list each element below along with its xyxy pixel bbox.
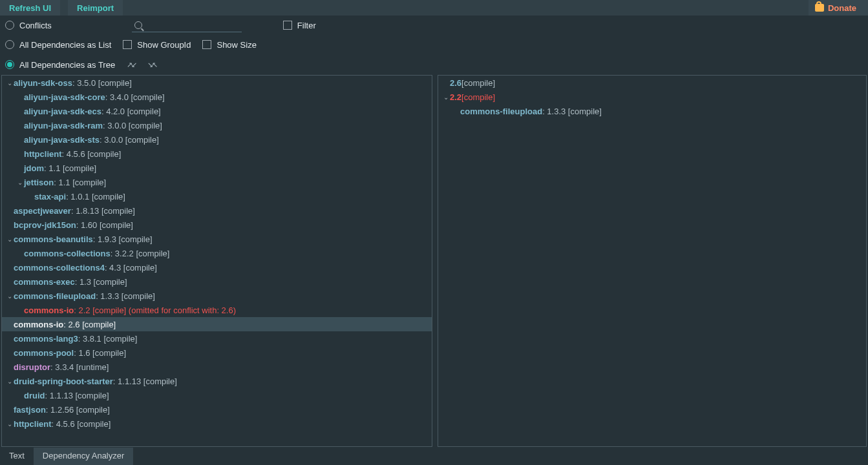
checkbox-label: Show GroupId xyxy=(137,40,191,50)
dependency-tree-panel[interactable]: ⌄aliyun-sdk-oss : 3.5.0 [compile]aliyun-… xyxy=(1,75,432,447)
tree-row[interactable]: jdom : 1.1 [compile] xyxy=(2,161,432,175)
radio-icon xyxy=(5,60,14,69)
donate-label: Donate xyxy=(828,3,856,13)
tree-row[interactable]: aliyun-java-sdk-ecs : 4.2.0 [compile] xyxy=(2,104,432,118)
dependency-meta: : 1.8.13 [compile] xyxy=(71,206,135,216)
radio-icon xyxy=(5,21,14,30)
dependency-meta: : 4.5.6 [compile] xyxy=(52,419,111,429)
refresh-ui-button[interactable]: Refresh UI xyxy=(0,0,60,16)
checkbox-icon xyxy=(123,40,132,49)
tree-row[interactable]: aliyun-java-sdk-sts : 3.0.0 [compile] xyxy=(2,132,432,147)
chevron-down-icon[interactable]: ⌄ xyxy=(6,420,14,428)
checkbox-filter[interactable]: Filter xyxy=(283,21,316,30)
dependency-name: commons-collections xyxy=(24,249,111,258)
panels: ⌄aliyun-sdk-oss : 3.5.0 [compile]aliyun-… xyxy=(0,75,868,447)
search-input-wrap[interactable] xyxy=(132,18,242,32)
tree-row[interactable]: aliyun-java-sdk-ram : 3.0.0 [compile] xyxy=(2,118,432,132)
tree-row[interactable]: ⌄aliyun-sdk-oss : 3.5.0 [compile] xyxy=(2,76,432,90)
tree-row[interactable]: commons-io : 2.6 [compile] xyxy=(2,317,432,331)
tree-row[interactable]: ⌄commons-fileupload : 1.3.3 [compile] xyxy=(2,289,432,303)
checkbox-show-groupid[interactable]: Show GroupId xyxy=(123,40,191,50)
search-input[interactable] xyxy=(146,20,237,30)
checkbox-icon xyxy=(283,21,292,30)
dependency-meta: : 1.1.13 [compile] xyxy=(45,391,109,400)
checkbox-label: Show Size xyxy=(217,40,256,50)
search-icon xyxy=(134,21,142,29)
dependency-name: druid-spring-boot-starter xyxy=(14,377,113,386)
chevron-down-icon[interactable]: ⌄ xyxy=(6,293,14,300)
tree-row[interactable]: commons-collections4 : 4.3 [compile] xyxy=(2,260,432,274)
filter-row-2: All Dependencies as List Show GroupId Sh… xyxy=(0,35,868,54)
checkbox-show-size[interactable]: Show Size xyxy=(202,40,256,50)
chevron-down-icon[interactable]: ⌄ xyxy=(6,79,14,87)
tree-row[interactable]: stax-api : 1.0.1 [compile] xyxy=(2,189,432,203)
radio-label: All Dependencies as Tree xyxy=(19,60,115,70)
collapse-all-icon[interactable]: ↘↖ xyxy=(147,61,156,69)
dependency-meta: : 1.1.13 [compile] xyxy=(113,377,177,386)
dependency-name: aliyun-java-sdk-ecs xyxy=(24,107,101,116)
dependency-meta: : 1.3.3 [compile] xyxy=(542,107,602,116)
tree-row[interactable]: ⌄httpclient : 4.5.6 [compile] xyxy=(2,417,432,431)
dependency-meta: : 4.5.6 [compile] xyxy=(62,149,122,159)
dependency-name: commons-io xyxy=(24,305,74,315)
dependency-name: stax-api xyxy=(34,192,66,202)
radio-conflicts[interactable]: Conflicts xyxy=(5,21,52,30)
dependency-meta: : 1.60 [compile] xyxy=(76,220,133,230)
tree-row[interactable]: ⌄commons-beanutils : 1.9.3 [compile] xyxy=(2,232,432,246)
dependency-name: httpclient xyxy=(24,149,62,159)
dependency-name: commons-pool xyxy=(14,348,74,358)
tree-row[interactable]: bcprov-jdk15on : 1.60 [compile] xyxy=(2,218,432,232)
tree-row[interactable]: druid : 1.1.13 [compile] xyxy=(2,388,432,402)
tree-row[interactable]: httpclient : 4.5.6 [compile] xyxy=(2,147,432,161)
dependency-name: aliyun-java-sdk-sts xyxy=(24,135,100,145)
tree-row[interactable]: 2.6 [compile] xyxy=(438,76,866,90)
dependency-meta: : 4.2.0 [compile] xyxy=(101,107,161,116)
dependency-meta: : 1.3.3 [compile] xyxy=(96,291,155,301)
dependency-name: disruptor xyxy=(14,362,50,372)
dependency-meta: : 1.0.1 [compile] xyxy=(66,192,125,202)
dependency-name: commons-fileupload xyxy=(14,291,96,301)
dependency-name: commons-io xyxy=(14,320,63,329)
tree-row[interactable]: commons-pool : 1.6 [compile] xyxy=(2,346,432,360)
donate-button[interactable]: Donate xyxy=(809,0,868,16)
tree-row[interactable]: fastjson : 1.2.56 [compile] xyxy=(2,402,432,417)
tree-row[interactable]: ⌄druid-spring-boot-starter : 1.1.13 [com… xyxy=(2,374,432,388)
dependency-meta: : 1.6 [compile] xyxy=(74,348,126,358)
radio-all-tree[interactable]: All Dependencies as Tree xyxy=(5,60,115,70)
dependency-meta: : 3.8.1 [compile] xyxy=(78,334,138,344)
dependency-name: commons-beanutils xyxy=(14,234,93,244)
tree-row[interactable]: commons-io : 2.2 [compile] (omitted for … xyxy=(2,303,432,317)
tree-row[interactable]: aliyun-java-sdk-core : 3.4.0 [compile] xyxy=(2,90,432,104)
tree-row[interactable]: commons-collections : 3.2.2 [compile] xyxy=(2,246,432,260)
checkbox-label: Filter xyxy=(297,21,316,30)
chevron-down-icon[interactable]: ⌄ xyxy=(442,94,450,101)
radio-label: All Dependencies as List xyxy=(19,40,111,50)
tree-row[interactable]: commons-lang3 : 3.8.1 [compile] xyxy=(2,331,432,346)
dependency-name: bcprov-jdk15on xyxy=(14,220,76,230)
tree-row[interactable]: ⌄2.2 [compile] xyxy=(438,90,866,104)
dependency-detail-panel[interactable]: 2.6 [compile]⌄2.2 [compile]commons-fileu… xyxy=(438,75,867,447)
dependency-meta: : 3.0.0 [compile] xyxy=(103,121,162,130)
tree-row[interactable]: commons-fileupload : 1.3.3 [compile] xyxy=(438,104,866,118)
radio-all-list[interactable]: All Dependencies as List xyxy=(5,40,111,50)
tree-row[interactable]: commons-exec : 1.3 [compile] xyxy=(2,274,432,289)
reimport-button[interactable]: Reimport xyxy=(68,0,123,16)
dependency-name: 2.6 xyxy=(450,78,461,88)
tree-row[interactable]: aspectjweaver : 1.8.13 [compile] xyxy=(2,203,432,218)
dependency-meta: : 4.3 [compile] xyxy=(105,263,157,273)
dependency-name: druid xyxy=(24,391,45,400)
tab-text[interactable]: Text xyxy=(0,448,34,465)
chevron-down-icon[interactable]: ⌄ xyxy=(6,378,14,385)
expand-all-icon[interactable]: ↗↙ xyxy=(127,61,136,69)
dependency-meta: : 1.1 [compile] xyxy=(54,178,106,187)
dependency-name: jettison xyxy=(24,178,54,187)
tree-row[interactable]: ⌄jettison : 1.1 [compile] xyxy=(2,175,432,189)
tab-dependency-analyzer[interactable]: Dependency Analyzer xyxy=(34,448,133,465)
filter-row-1: Conflicts Filter xyxy=(0,16,868,35)
dependency-name: aliyun-sdk-oss xyxy=(14,78,72,88)
dependency-meta: : 1.2.56 [compile] xyxy=(46,405,110,415)
chevron-down-icon[interactable]: ⌄ xyxy=(6,236,14,243)
tree-row[interactable]: disruptor : 3.3.4 [runtime] xyxy=(2,360,432,374)
chevron-down-icon[interactable]: ⌄ xyxy=(16,179,24,186)
dependency-meta: : 2.2 [compile] (omitted for conflict wi… xyxy=(74,305,236,315)
